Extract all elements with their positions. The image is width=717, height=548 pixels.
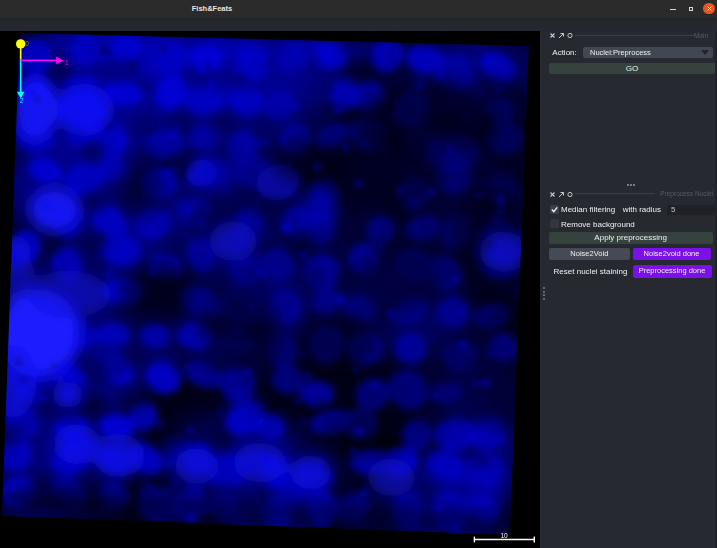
svg-text:10: 10	[500, 532, 508, 539]
svg-text:1: 1	[65, 59, 69, 66]
svg-text:0: 0	[25, 40, 29, 47]
svg-text:2: 2	[20, 97, 24, 104]
